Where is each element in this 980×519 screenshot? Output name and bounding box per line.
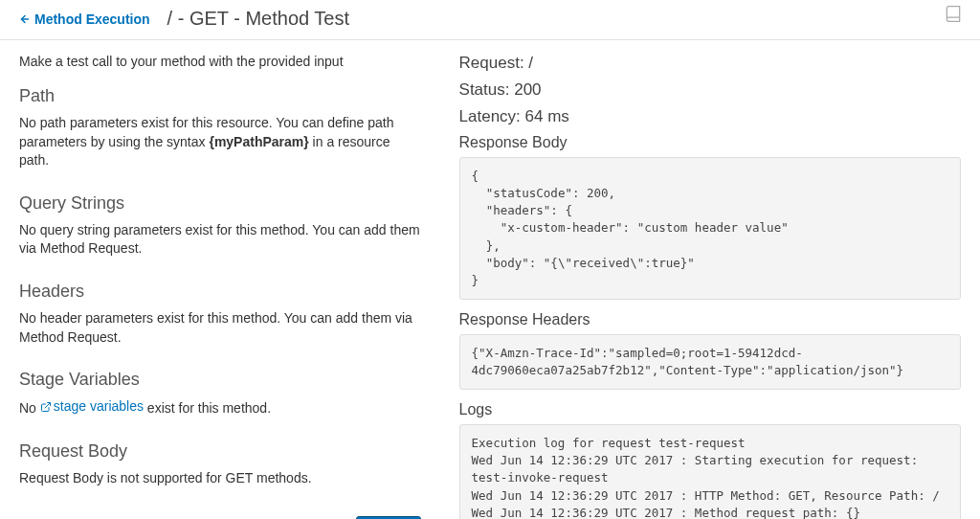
stage-variables-link[interactable]: stage variables xyxy=(40,397,144,417)
status-line: Status: 200 xyxy=(459,80,961,100)
content: Make a test call to your method with the… xyxy=(0,40,980,519)
logs: Execution log for request test-request W… xyxy=(459,424,961,519)
docs-icon[interactable] xyxy=(944,4,963,26)
stage-body: No stage variables exist for this method… xyxy=(19,397,421,417)
response-body: { "statusCode": 200, "headers": { "x-cus… xyxy=(459,157,961,300)
back-link[interactable]: Method Execution xyxy=(19,11,150,27)
latency-value: 64 ms xyxy=(525,107,569,125)
svg-line-1 xyxy=(45,402,51,408)
stage-link-label: stage variables xyxy=(54,397,144,417)
stage-head: Stage Variables xyxy=(19,370,421,390)
request-label: Request: xyxy=(459,54,529,72)
external-link-icon xyxy=(40,401,52,413)
arrow-left-icon xyxy=(19,13,31,25)
latency-line: Latency: 64 ms xyxy=(459,107,961,126)
page-header: Method Execution / - GET - Method Test xyxy=(0,0,980,40)
back-link-label: Method Execution xyxy=(34,11,150,27)
page-title: / - GET - Method Test xyxy=(167,8,349,30)
stage-prefix: No xyxy=(19,400,40,416)
request-line: Request: / xyxy=(459,54,961,73)
right-column: Request: / Status: 200 Latency: 64 ms Re… xyxy=(459,54,961,519)
left-column: Make a test call to your method with the… xyxy=(19,54,421,519)
stage-suffix: exist for this method. xyxy=(144,400,271,416)
intro-text: Make a test call to your method with the… xyxy=(19,54,421,69)
response-body-label: Response Body xyxy=(459,134,961,151)
reqbody-body: Request Body is not supported for GET me… xyxy=(19,469,421,488)
path-head: Path xyxy=(19,86,421,106)
headers-head: Headers xyxy=(19,282,421,302)
path-body-bold: {myPathParam} xyxy=(209,134,308,149)
qs-body: No query string parameters exist for thi… xyxy=(19,221,421,259)
path-body: No path parameters exist for this resour… xyxy=(19,114,421,170)
request-value: / xyxy=(528,54,533,72)
response-headers: {"X-Amzn-Trace-Id":"sampled=0;root=1-594… xyxy=(459,334,961,390)
reqbody-head: Request Body xyxy=(19,441,421,462)
latency-label: Latency: xyxy=(459,107,525,125)
logs-label: Logs xyxy=(459,401,961,418)
qs-head: Query Strings xyxy=(19,193,421,214)
response-headers-label: Response Headers xyxy=(459,311,961,328)
headers-body: No header parameters exist for this meth… xyxy=(19,309,421,347)
status-value: 200 xyxy=(514,80,541,99)
status-label: Status: xyxy=(459,80,515,99)
